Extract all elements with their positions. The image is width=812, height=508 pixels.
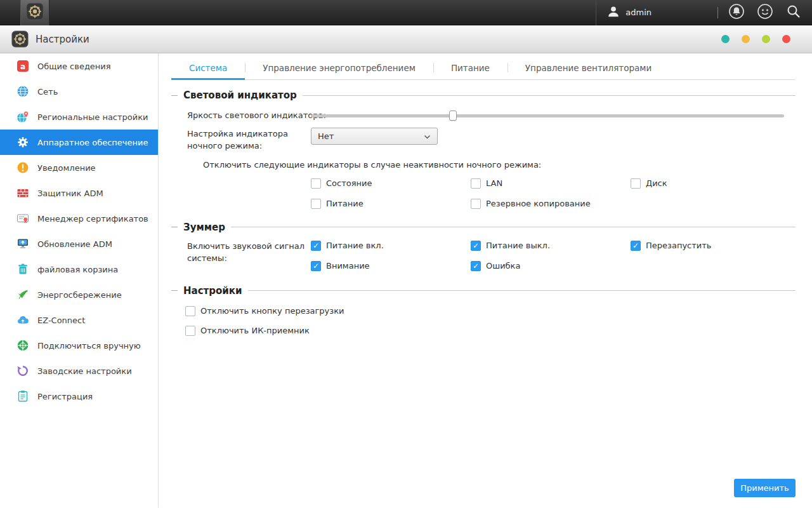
sidebar-item-adm-update[interactable]: Обновление ADM <box>0 231 158 257</box>
settings-app-tile[interactable] <box>20 0 49 25</box>
certificate-icon <box>16 212 29 225</box>
led-checkbox-grid: Состояние LAN Диск Питание <box>311 178 796 210</box>
section-title: Зуммер <box>183 222 225 233</box>
checkbox-label: Состояние <box>326 178 372 188</box>
checkbox-disk[interactable]: Диск <box>631 178 790 189</box>
checkbox-disable-ir-receiver[interactable]: Отключить ИК-приемник <box>185 325 796 337</box>
checkbox-box[interactable] <box>471 199 481 209</box>
checkbox-error[interactable]: Ошибка <box>471 260 631 272</box>
section-header: Зуммер <box>171 221 796 234</box>
window-titlebar: Настройки <box>0 25 812 53</box>
apply-button[interactable]: Применить <box>734 479 796 497</box>
sidebar-item-adm-defender[interactable]: Защитник ADM <box>0 180 158 206</box>
section-line <box>248 290 796 291</box>
sidebar-item-label: Подключиться вручную <box>37 341 141 351</box>
checkbox-status[interactable]: Состояние <box>311 178 471 189</box>
brightness-slider-track[interactable] <box>311 114 784 117</box>
checkbox-power-off[interactable]: Питание выкл. <box>471 240 631 251</box>
sidebar-item-hardware[interactable]: Аппаратное обеспечение <box>0 130 158 155</box>
checkbox-power-on[interactable]: Питание вкл. <box>311 240 471 251</box>
checkbox-label: Перезапустить <box>646 241 712 250</box>
tab-power[interactable]: Питание <box>433 56 508 79</box>
checkbox-box[interactable] <box>311 261 321 271</box>
section-dash <box>171 290 178 291</box>
window-dot[interactable] <box>721 35 730 43</box>
sidebar-item-label: файловая корзина <box>37 265 118 274</box>
sidebar-item-energy-saving[interactable]: Энергосбережение <box>0 282 158 307</box>
sidebar-item-label: Менеджер сертификатов <box>37 214 148 224</box>
section-title: Световой индикатор <box>183 90 297 101</box>
tab-power-management[interactable]: Управление энергопотреблением <box>245 56 433 79</box>
checkbox-box[interactable] <box>311 241 321 251</box>
window-dot[interactable] <box>762 35 770 43</box>
checkbox-power-led[interactable]: Питание <box>311 198 471 210</box>
overview-icon: a <box>16 60 29 72</box>
section-dash <box>171 227 178 227</box>
tab-label: Система <box>189 63 227 73</box>
trash-bin-icon <box>16 263 29 276</box>
checkbox-box[interactable] <box>471 241 481 251</box>
checkbox-attention[interactable]: Внимание <box>311 260 471 272</box>
sidebar-item-cert-manager[interactable]: Менеджер сертификатов <box>0 206 158 231</box>
sidebar-item-label: EZ-Connect <box>37 316 85 325</box>
checkbox-box[interactable] <box>185 326 195 336</box>
brightness-slider[interactable] <box>311 110 784 121</box>
notifications-button[interactable] <box>728 3 745 22</box>
sidebar-item-label: Региональные настройки <box>37 112 148 122</box>
window-controls <box>721 35 790 43</box>
checkbox-box[interactable] <box>631 178 641 189</box>
night-mode-value: Нет <box>318 131 334 141</box>
sidebar-item-manual-connect[interactable]: Подключиться вручную <box>0 333 158 358</box>
brightness-label: Яркость светового индикатора: <box>187 109 311 122</box>
bell-icon <box>728 3 745 22</box>
search-button[interactable] <box>785 3 802 22</box>
network-nodes-icon <box>16 339 29 352</box>
tab-bar: Система Управление энергопотреблением Пи… <box>171 53 796 80</box>
user-icon <box>606 4 620 20</box>
window-dot[interactable] <box>782 35 790 43</box>
settings-checkbox-list: Отключить кнопку перезагрузки Отключить … <box>171 305 796 337</box>
checkbox-box[interactable] <box>471 178 481 189</box>
sidebar: a Общие сведения Сеть Региональные настр… <box>0 53 159 507</box>
sidebar-item-ez-connect[interactable]: EZ-Connect <box>0 307 158 333</box>
checkbox-disable-reset-button[interactable]: Отключить кнопку перезагрузки <box>185 305 796 317</box>
smiley-face-icon <box>757 3 773 22</box>
tab-fan-control[interactable]: Управление вентиляторами <box>508 56 669 79</box>
section-settings: Настройки Отключить кнопку перезагрузки … <box>171 284 796 337</box>
sidebar-item-recycle-bin[interactable]: файловая корзина <box>0 257 158 282</box>
hardware-gear-icon <box>16 136 29 149</box>
checkbox-box[interactable] <box>471 261 481 271</box>
sidebar-item-overview[interactable]: a Общие сведения <box>0 53 158 79</box>
checkbox-label: Ошибка <box>486 261 520 271</box>
brightness-slider-handle[interactable] <box>449 110 457 121</box>
tab-system[interactable]: Система <box>171 56 245 79</box>
checkbox-lan[interactable]: LAN <box>471 178 631 189</box>
online-service-button[interactable] <box>757 3 773 22</box>
checkbox-box[interactable] <box>631 241 641 251</box>
section-line <box>231 227 796 227</box>
user-menu[interactable]: admin <box>606 4 652 20</box>
sidebar-item-label: Защитник ADM <box>37 189 103 198</box>
buzzer-checkbox-grid: Питание вкл. Питание выкл. Перезапустить <box>311 240 796 272</box>
screen: admin Настройки <box>0 0 812 508</box>
checkbox-box[interactable] <box>311 199 321 209</box>
checkbox-box[interactable] <box>311 178 321 189</box>
checkbox-label: Питание <box>326 199 363 208</box>
night-mode-select[interactable]: Нет <box>311 128 438 145</box>
cloud-icon <box>16 314 29 326</box>
tab-label: Управление энергопотреблением <box>263 63 416 73</box>
checkbox-box[interactable] <box>185 306 195 316</box>
window-dot[interactable] <box>742 35 750 43</box>
section-led-indicator: Световой индикатор Яркость светового инд… <box>171 89 796 210</box>
sidebar-item-notification[interactable]: Уведомление <box>0 155 158 180</box>
sidebar-item-factory-default[interactable]: Заводские настройки <box>0 358 158 384</box>
checkbox-backup[interactable]: Резервное копирование <box>471 198 631 210</box>
search-icon <box>785 3 802 22</box>
checkbox-restart[interactable]: Перезапустить <box>631 240 790 251</box>
checkbox-label: Питание выкл. <box>486 241 550 250</box>
sidebar-item-network[interactable]: Сеть <box>0 79 158 104</box>
sidebar-item-label: Общие сведения <box>37 62 111 71</box>
sidebar-item-regional[interactable]: Региональные настройки <box>0 104 158 130</box>
section-buzzer: Зуммер Включить звуковой сигнал системы:… <box>171 221 796 272</box>
sidebar-item-registration[interactable]: Регистрация <box>0 384 158 409</box>
